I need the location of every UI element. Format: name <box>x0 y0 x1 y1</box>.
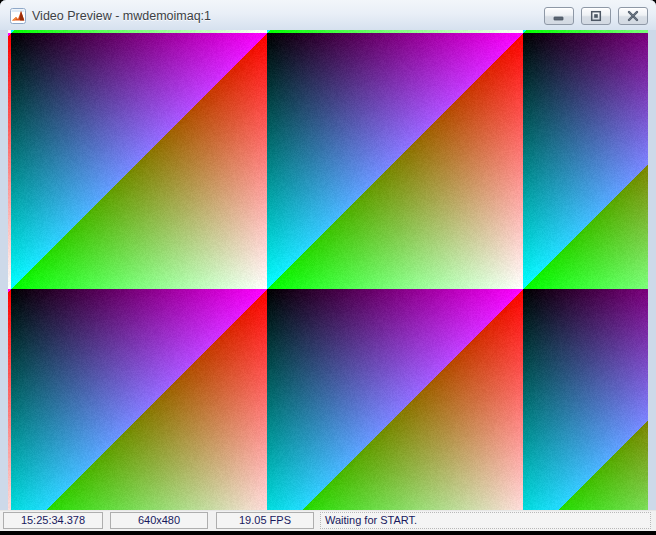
video-preview-window: Video Preview - mwdemoimaq:1 <box>0 0 656 531</box>
close-button[interactable] <box>618 7 648 25</box>
maximize-icon <box>589 10 603 22</box>
video-area <box>8 30 648 510</box>
matlab-icon <box>10 8 26 24</box>
status-resolution: 640x480 <box>110 512 208 529</box>
close-icon <box>626 10 640 22</box>
window-controls <box>544 7 648 25</box>
status-timestamp: 15:25:34.378 <box>3 512 103 529</box>
video-canvas <box>8 30 648 510</box>
status-framerate: 19.05 FPS <box>216 512 314 529</box>
titlebar[interactable]: Video Preview - mwdemoimaq:1 <box>0 0 656 30</box>
status-message: Waiting for START. <box>320 512 651 529</box>
minimize-icon <box>552 10 566 22</box>
maximize-button[interactable] <box>581 7 611 25</box>
window-title: Video Preview - mwdemoimaq:1 <box>32 9 211 23</box>
minimize-button[interactable] <box>544 7 574 25</box>
statusbar: 15:25:34.378 640x480 19.05 FPS Waiting f… <box>0 510 656 531</box>
